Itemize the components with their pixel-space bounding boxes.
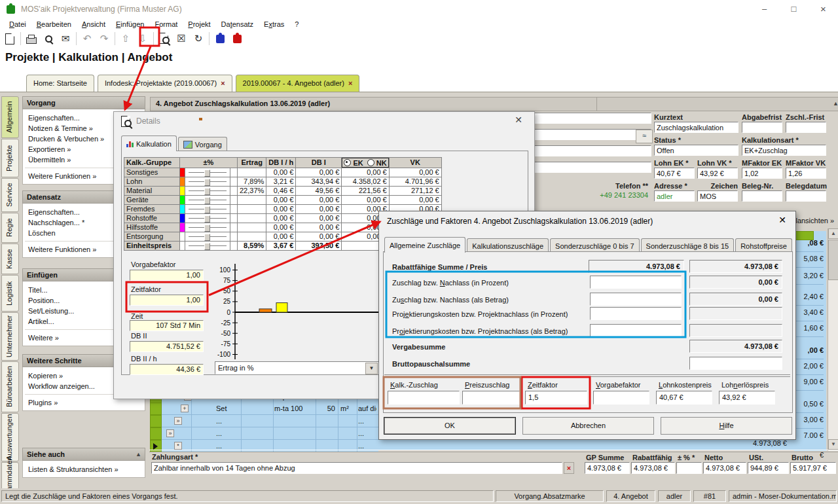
projekt-betrag-input[interactable] <box>590 324 682 337</box>
menu-einfgen[interactable]: Einfügen <box>111 20 149 29</box>
module-tab-projekte[interactable]: Projekte <box>1 139 19 177</box>
percent-slider[interactable] <box>187 242 228 249</box>
factor-input-lohnkostenpreis[interactable]: 40,67 € <box>656 391 712 405</box>
factor-input-preiszuschlag[interactable] <box>462 391 520 405</box>
details-field-5[interactable]: 44,36 € <box>130 364 204 375</box>
move-down-icon[interactable]: ⇩ <box>134 31 151 46</box>
scroll-down-icon[interactable]: ▼ <box>828 439 838 450</box>
zuschlaege-tab[interactable]: Sonderzuschläge 0 bis 7 <box>550 238 639 253</box>
module-tab-service[interactable]: Service <box>1 178 19 212</box>
menu-?[interactable]: ? <box>289 20 304 29</box>
close-button[interactable]: × <box>809 0 838 18</box>
module-tab-unternehmer[interactable]: Unternehmer <box>1 312 19 361</box>
percent-slider[interactable] <box>187 224 228 231</box>
adresse-field[interactable]: adler <box>654 190 695 202</box>
clear-zahlungsart-icon[interactable]: × <box>564 462 574 474</box>
menu-ansicht[interactable]: Ansicht <box>77 20 111 29</box>
menu-projekt[interactable]: Projekt <box>183 20 215 29</box>
refresh-icon[interactable]: ↻ <box>190 31 207 46</box>
beleg-nr-field[interactable] <box>742 190 782 202</box>
zschl-frist-field[interactable] <box>786 122 826 133</box>
percent-slider[interactable] <box>187 169 228 176</box>
menu-datei[interactable]: Datei <box>4 20 31 29</box>
close-tab-icon[interactable]: × <box>221 79 225 87</box>
sidebar-item[interactable]: Listen & Strukturansichten » <box>23 464 145 475</box>
plugin-red-icon[interactable] <box>228 31 246 46</box>
lohn-ek-field[interactable]: 40,67 € <box>654 168 695 179</box>
abbrechen-button[interactable]: Abbrechen <box>522 417 654 435</box>
zuschlaege-tab[interactable]: Kalkulationszuschläge <box>467 238 549 253</box>
close-tab-icon[interactable]: × <box>348 79 352 87</box>
zuschlaege-tab[interactable]: Allgemeine Zuschläge <box>384 237 465 253</box>
maximize-button[interactable]: □ <box>779 0 809 18</box>
zeichen-field[interactable]: MOS <box>697 190 738 202</box>
nk-radio[interactable] <box>367 159 374 166</box>
mfaktor-ek-field[interactable]: 1,02 <box>742 168 782 179</box>
belegdatum-field[interactable] <box>786 190 826 202</box>
expand-row-icon[interactable]: » <box>166 429 174 437</box>
lohn-vk-field[interactable]: 43,92 € <box>697 168 738 179</box>
zahlungsart-field[interactable]: Zahlbar innerhalb von 14 Tagen ohne Abzu… <box>151 462 562 474</box>
kurztext-field[interactable]: Zuschlagskalkulation <box>654 122 738 133</box>
percent-slider[interactable] <box>187 233 228 240</box>
redo-icon[interactable]: ↷ <box>96 31 113 46</box>
scroll-up-icon[interactable]: ▲ <box>828 228 838 239</box>
module-tab-logistik[interactable]: Logistik <box>1 275 19 312</box>
expand-row-icon[interactable]: » <box>174 417 182 425</box>
zuschlag-prozent-input[interactable] <box>590 276 682 289</box>
zuschlaege-tab[interactable]: Sonderzuschläge 8 bis 15 <box>641 238 735 253</box>
percent-slider[interactable] <box>187 206 228 213</box>
minimize-button[interactable]: – <box>750 0 779 18</box>
zuschlag-betrag-input[interactable] <box>590 293 682 306</box>
menu-format[interactable]: Format <box>149 20 183 29</box>
collapse-icon[interactable]: ▲ <box>136 448 141 460</box>
chart-metric-select[interactable]: Ertrag in % ▼ <box>215 361 379 374</box>
module-tab-auswertungen[interactable]: Auswertungen <box>1 413 19 461</box>
module-tab-allgemein[interactable]: Allgemein <box>1 96 19 138</box>
scrollbar-thumb[interactable] <box>828 240 838 280</box>
undo-icon[interactable]: ↶ <box>79 31 96 46</box>
new-document-icon[interactable] <box>1 31 18 46</box>
factor-input-vorgabefaktor[interactable] <box>593 391 649 405</box>
details-icon[interactable] <box>156 31 173 46</box>
details-close-icon[interactable]: ✕ <box>512 115 525 125</box>
module-tab-kasse[interactable]: Kasse <box>1 243 19 274</box>
ok-button[interactable]: OK <box>384 417 516 435</box>
expand-row-icon[interactable]: + <box>181 405 189 412</box>
table-export-icon[interactable]: ☒ <box>173 31 190 46</box>
status-field[interactable]: Offen <box>654 145 738 156</box>
detail-views-link[interactable]: ilansichten » <box>794 217 838 225</box>
menu-datensatz[interactable]: Datensatz <box>216 20 259 29</box>
collapse-panel-icon[interactable]: ▲ <box>833 98 838 109</box>
hilfe-button[interactable]: Hilfe <box>661 417 792 435</box>
details-field-3[interactable]: 107 Std 7 Min <box>130 320 204 331</box>
factor-input-zeitfaktor[interactable]: 1,5 <box>525 391 587 405</box>
tab-2[interactable]: Infodesk: Projektakte (2019.00067)× <box>98 75 232 92</box>
sidebar-section-header[interactable]: Siehe auch▲ <box>22 448 145 461</box>
expand-row-icon[interactable]: * <box>174 442 182 450</box>
factor-input-lohnerlspreis[interactable]: 43,92 € <box>719 391 775 405</box>
details-tab-kalkulation[interactable]: Kalkulation <box>121 135 177 151</box>
details-field-4[interactable]: 4.751,52 € <box>130 341 204 352</box>
menu-extras[interactable]: Extras <box>259 20 289 29</box>
mfaktor-vk-field[interactable]: 1,26 <box>786 168 826 179</box>
percent-slider[interactable] <box>187 187 228 194</box>
sidebar-section-header[interactable]: Vorgang <box>22 96 145 109</box>
percent-slider[interactable] <box>187 215 228 222</box>
ek-radio[interactable] <box>344 159 351 166</box>
details-field-2[interactable]: 1,00 <box>130 295 204 306</box>
send-mail-icon[interactable]: ✉ <box>57 31 74 46</box>
bruttopauschalsumme-input[interactable] <box>689 357 782 370</box>
details-tab-vorgang[interactable]: Vorgang <box>178 137 227 151</box>
kalkulationsart-field[interactable]: EK+Zuschlag <box>742 145 826 156</box>
vertical-scrollbar[interactable]: ▲ ▼ <box>828 228 838 451</box>
module-tab-regie[interactable]: Regie <box>1 213 19 243</box>
move-up-icon[interactable]: ⇧ <box>117 31 134 46</box>
projekt-prozent-input[interactable] <box>590 307 682 320</box>
table-row[interactable] <box>162 415 378 427</box>
zuschlaege-tab[interactable]: Rohstoffpreise <box>735 238 792 253</box>
zuschlaege-close-icon[interactable]: ✕ <box>776 215 789 225</box>
table-row[interactable] <box>162 427 378 440</box>
print-icon[interactable] <box>23 31 40 46</box>
percent-slider[interactable] <box>187 178 228 185</box>
